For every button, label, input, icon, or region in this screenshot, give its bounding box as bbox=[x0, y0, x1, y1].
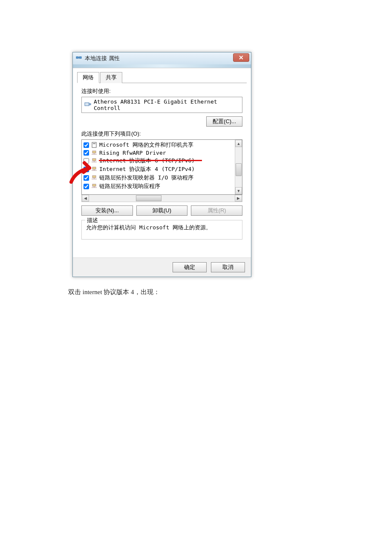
svg-rect-7 bbox=[92, 151, 96, 153]
cancel-button[interactable]: 取消 bbox=[211, 262, 245, 272]
scroll-left-button[interactable]: ◀ bbox=[82, 195, 89, 202]
titlebar-gloss bbox=[73, 64, 251, 68]
dialog-body: 网络 共享 连接时使用: Atheros AR8131 PCI-E Gigabi… bbox=[73, 68, 251, 257]
adapter-field: Atheros AR8131 PCI-E Gigabit Ethernet Co… bbox=[81, 97, 242, 113]
item-checkbox[interactable] bbox=[84, 184, 89, 189]
list-item[interactable]: 链路层拓扑发现映射器 I/O 驱动程序 bbox=[82, 173, 234, 182]
svg-rect-3 bbox=[85, 103, 89, 106]
components-listbox[interactable]: Microsoft 网络的文件和打印机共享 Rising RfwARP Driv… bbox=[81, 139, 242, 195]
svg-rect-10 bbox=[92, 159, 96, 161]
item-checkbox[interactable] bbox=[84, 175, 89, 181]
item-checkbox[interactable] bbox=[84, 167, 89, 172]
svg-rect-4 bbox=[89, 104, 91, 105]
install-button[interactable]: 安装(N)... bbox=[81, 205, 133, 216]
description-text: 允许您的计算机访问 Microsoft 网络上的资源。 bbox=[86, 224, 238, 231]
tab-strip: 网络 共享 bbox=[77, 72, 247, 83]
scroll-thumb-h[interactable] bbox=[136, 195, 161, 201]
svg-rect-6 bbox=[93, 143, 95, 144]
dialog-title: 本地连接 属性 bbox=[85, 55, 120, 62]
dialog-footer: 确定 取消 bbox=[73, 257, 251, 277]
list-item[interactable]: Internet 协议版本 4 (TCP/IPv4) bbox=[82, 165, 234, 173]
protocol-icon bbox=[91, 166, 98, 172]
ok-button[interactable]: 确定 bbox=[173, 262, 207, 272]
scroll-down-button[interactable]: ▼ bbox=[235, 187, 242, 194]
items-label: 此连接使用下列项目(O): bbox=[81, 130, 247, 138]
item-label: Rising RfwARP Driver bbox=[99, 150, 166, 156]
item-checkbox[interactable] bbox=[84, 142, 89, 148]
titlebar[interactable]: 本地连接 属性 ✕ bbox=[73, 52, 251, 64]
svg-rect-19 bbox=[92, 184, 96, 186]
protocol-icon bbox=[91, 150, 98, 156]
item-label: 链路层拓扑发现映射器 I/O 驱动程序 bbox=[99, 174, 193, 182]
instruction-caption: 双击 internet 协议版本 4，出现： bbox=[68, 288, 160, 296]
tab-sharing[interactable]: 共享 bbox=[100, 72, 122, 83]
list-item[interactable]: Microsoft 网络的文件和打印机共享 bbox=[82, 141, 234, 149]
scroll-up-button[interactable]: ▲ bbox=[235, 140, 242, 147]
description-legend: 描述 bbox=[85, 217, 100, 224]
close-button[interactable]: ✕ bbox=[233, 53, 249, 62]
properties-dialog: 本地连接 属性 ✕ 网络 共享 连接时使用: Atheros AR8131 PC… bbox=[72, 52, 251, 277]
adapter-name: Atheros AR8131 PCI-E Gigabit Ethernet Co… bbox=[94, 98, 239, 111]
description-group: 描述 允许您的计算机访问 Microsoft 网络上的资源。 bbox=[81, 220, 242, 240]
network-icon bbox=[75, 55, 82, 63]
protocol-icon bbox=[91, 158, 98, 164]
vertical-scrollbar[interactable]: ▲ ▼ bbox=[235, 140, 242, 194]
scroll-thumb[interactable] bbox=[236, 163, 242, 176]
svg-rect-0 bbox=[76, 57, 78, 58]
printer-share-icon bbox=[91, 142, 98, 148]
uninstall-button[interactable]: 卸载(U) bbox=[136, 205, 188, 216]
protocol-icon bbox=[91, 183, 98, 189]
configure-button[interactable]: 配置(C)... bbox=[206, 116, 242, 127]
adapter-icon bbox=[84, 101, 91, 109]
tab-network[interactable]: 网络 bbox=[77, 72, 99, 83]
list-item[interactable]: 链路层拓扑发现响应程序 bbox=[82, 182, 234, 191]
item-label: Internet 协议版本 6 (TCP/IPv6) bbox=[99, 157, 195, 165]
item-checkbox[interactable] bbox=[84, 158, 89, 164]
properties-button[interactable]: 属性(R) bbox=[191, 205, 242, 216]
item-label: 链路层拓扑发现响应程序 bbox=[99, 182, 160, 190]
scroll-track-h[interactable] bbox=[89, 195, 235, 202]
item-label: Microsoft 网络的文件和打印机共享 bbox=[99, 141, 193, 149]
protocol-icon bbox=[91, 175, 98, 181]
list-item[interactable]: Internet 协议版本 6 (TCP/IPv6) bbox=[82, 156, 234, 165]
svg-rect-1 bbox=[79, 57, 81, 58]
item-label: Internet 协议版本 4 (TCP/IPv4) bbox=[99, 165, 195, 173]
svg-rect-13 bbox=[92, 167, 96, 169]
scroll-right-button[interactable]: ▶ bbox=[235, 195, 242, 202]
horizontal-scrollbar[interactable]: ◀ ▶ bbox=[81, 195, 242, 202]
list-item[interactable]: Rising RfwARP Driver bbox=[82, 149, 234, 156]
item-checkbox[interactable] bbox=[84, 150, 89, 156]
svg-rect-16 bbox=[92, 176, 96, 178]
connect-using-label: 连接时使用: bbox=[81, 87, 247, 95]
svg-rect-5 bbox=[92, 142, 96, 147]
scroll-track[interactable] bbox=[235, 147, 242, 187]
